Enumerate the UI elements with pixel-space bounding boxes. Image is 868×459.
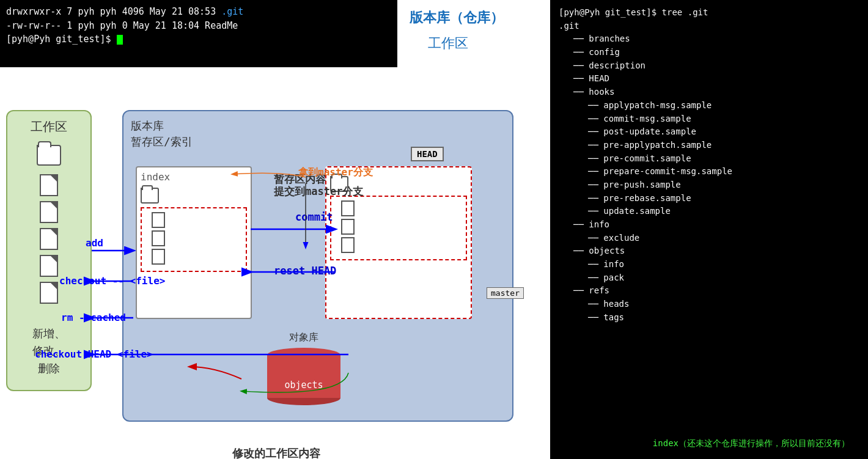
reset-head-label: reset HEAD [274,265,336,277]
cylinder-body: objects [267,355,340,398]
rm-cached-arrow-label: rm --cached [61,312,126,323]
master-file-3 [341,237,355,253]
index-file-2 [152,230,165,246]
tree-exclude: ── exclude [559,232,859,245]
index-label: index [141,171,247,183]
objects-title: 对象库 [246,331,362,344]
tree-head: ── HEAD [559,72,859,86]
terminal-line3: [pyh@Pyh git_test]$ [6,32,391,46]
objects-inside-label: objects [267,380,340,391]
commit-to-master-label: 提交到master分支 [274,185,363,199]
index-file-1 [152,212,165,228]
diagram-area: 工作区 新增、 修改、 删除 版本库 暂存区/索引 index [0,73,550,458]
terminal-right-prompt: [pyh@Pyh git_test]$ tree .git [559,6,859,20]
checkout-head-arrow-label: checkout HEAD <file> [35,348,153,360]
tree-heads: ── heads [559,298,859,311]
tree-tags: ── tags [559,311,859,325]
objects-box: 对象库 objects [246,331,362,405]
master-tag: master [487,287,524,299]
add-arrow-label: add [86,237,103,249]
work-area-title: 工作区 [31,119,67,135]
terminal-right: [pyh@Pyh git_test]$ tree .git .git ── br… [550,0,868,459]
tree-info: ── info [559,218,859,232]
tree-config: ── config [559,46,859,59]
folder-icon-main [37,145,61,166]
tree-applypatch: ── applypatch-msg.sample [559,99,859,112]
orange-annotation: 拿到master分支 [298,166,373,179]
file-icon-4 [40,255,58,277]
tree-pre-push: ── pre-push.sample [559,178,859,192]
terminal-cursor [117,35,123,45]
master-file-2 [341,219,355,235]
master-file-1 [341,200,355,216]
terminal-right-root: .git [559,20,859,33]
sub-label1: 修改的工作区内容 [232,446,320,459]
tree-update: ── update.sample [559,205,859,218]
tree-pre-applypatch: ── pre-applypatch.sample [559,139,859,152]
terminal-line2: -rw-rw-r-- 1 pyh pyh 0 May 21 18:04 Read… [6,19,391,33]
tree-pre-commit: ── pre-commit.sample [559,152,859,166]
tree-description: ── description [559,59,859,73]
work-area-label-top: 工作区 [428,34,468,53]
tree-pre-rebase: ── pre-rebase.sample [559,192,859,205]
file-icon-3 [40,228,58,250]
checkout-file-arrow-label: checkout -- <file> [59,275,165,287]
file-icon-1 [40,174,58,196]
version-label: 版本库（仓库） [410,9,504,27]
index-file-3 [152,249,165,265]
head-badge: HEAD [411,147,444,161]
tree-objects: ── objects [559,244,859,258]
file-icon-5 [40,282,58,304]
tree-commit-msg: ── commit-msg.sample [559,112,859,126]
tree-objects-pack: ── pack [559,271,859,285]
tree-objects-info: ── info [559,258,859,271]
terminal-topleft: drwxrwxr-x 7 pyh pyh 4096 May 21 08:53 .… [0,0,397,67]
file-icon-2 [40,201,58,223]
index-folder-icon [141,188,159,204]
bottom-green-text: index（还未这个仓库进行操作，所以目前还没有） [653,437,850,450]
tree-prepare-commit: ── prepare-commit-msg.sample [559,165,859,178]
tree-branches: ── branches [559,32,859,46]
tree-post-update: ── post-update.sample [559,125,859,139]
terminal-line1: drwxrwxr-x 7 pyh pyh 4096 May 21 08:53 .… [6,5,391,19]
tree-hooks: ── hooks [559,86,859,99]
commit-label: commit [295,211,333,223]
index-box: index [136,166,252,319]
tree-refs: ── refs [559,284,859,298]
stage-repo-title: 版本库 [131,119,505,133]
stage-repo-subtitle: 暂存区/索引 [131,134,505,149]
